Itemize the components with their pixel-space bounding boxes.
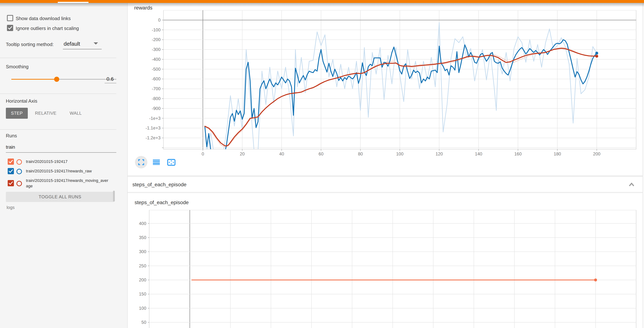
active-tab-underline	[58, 2, 88, 3]
svg-text:-500: -500	[152, 67, 160, 72]
svg-text:100: 100	[139, 306, 146, 311]
page-scrollbar-track[interactable]	[642, 3, 644, 328]
check-icon	[8, 180, 13, 185]
svg-text:-700: -700	[152, 86, 160, 91]
divider	[0, 58, 116, 58]
smoothing-label: Smoothing	[6, 64, 28, 69]
logs-label: logs	[6, 205, 15, 210]
svg-text:0: 0	[202, 152, 204, 156]
svg-text:100: 100	[396, 152, 403, 156]
chevron-up-icon[interactable]	[628, 182, 635, 187]
horizontal-axis-label: Horizontal Axis	[6, 98, 37, 104]
run-checkbox-rewards-raw[interactable]	[8, 168, 14, 174]
svg-text:60: 60	[318, 152, 324, 156]
smoothing-value-underline	[104, 83, 116, 83]
svg-text:200: 200	[593, 152, 600, 156]
axis-wall-button[interactable]: WALL	[65, 108, 86, 119]
rewards-chart[interactable]: 0204060801001201401601802000-100-200-300…	[145, 10, 640, 158]
check-icon	[8, 168, 13, 173]
svg-text:80: 80	[358, 152, 363, 156]
chart-title: rewards	[134, 5, 152, 10]
run-radio-rewards-moving-average[interactable]	[16, 181, 22, 186]
run-label: train/20201015-192417	[26, 159, 68, 164]
svg-text:350: 350	[139, 235, 146, 240]
svg-text:150: 150	[139, 292, 146, 296]
section-header-steps-of-each-episode[interactable]: steps_of_each_episode	[127, 176, 643, 192]
section-title: steps_of_each_episode	[132, 177, 186, 192]
check-icon	[8, 159, 13, 163]
runs-label: Runs	[6, 133, 17, 139]
svg-text:0: 0	[158, 17, 160, 22]
ignore-outliers-label: Ignore outliers in chart scaling	[16, 25, 79, 31]
settings-sidebar: Show data download links Ignore outliers…	[0, 3, 128, 328]
run-radio-train[interactable]	[16, 159, 22, 165]
svg-text:-400: -400	[152, 57, 160, 62]
run-checkbox-train[interactable]	[8, 159, 14, 165]
fullscreen-icon[interactable]	[135, 156, 148, 168]
chart-toolbar	[135, 156, 180, 168]
svg-text:400: 400	[139, 221, 146, 226]
svg-text:-300: -300	[152, 47, 160, 52]
svg-text:20: 20	[240, 152, 245, 156]
axis-relative-button[interactable]: RELATIVE	[34, 108, 58, 119]
svg-text:200: 200	[139, 277, 146, 282]
scalar-card-rewards: rewards 0204060801001201401601802000-100…	[127, 3, 643, 176]
axis-step-button[interactable]: STEP	[6, 108, 28, 119]
run-radio-rewards-raw[interactable]	[16, 169, 22, 174]
svg-text:120: 120	[436, 152, 443, 156]
svg-text:250: 250	[139, 263, 146, 268]
ignore-outliers-checkbox[interactable]	[7, 25, 13, 31]
svg-text:-800: -800	[152, 96, 160, 101]
main-content: rewards 0204060801001201401601802000-100…	[127, 3, 644, 328]
tensorboard-app: Show data download links Ignore outliers…	[0, 0, 644, 328]
tooltip-sorting-label: Tooltip sorting method:	[6, 42, 54, 47]
chevron-down-icon[interactable]	[94, 42, 98, 45]
smoothing-slider-fill	[11, 79, 57, 80]
svg-text:180: 180	[554, 152, 561, 156]
fit-domain-icon[interactable]	[165, 156, 177, 168]
svg-text:-100: -100	[152, 27, 160, 32]
toggle-all-runs-button[interactable]: TOGGLE ALL RUNS	[6, 192, 114, 202]
svg-text:50: 50	[141, 320, 146, 325]
smoothing-value[interactable]: 0.6	[104, 76, 116, 82]
steps-chart[interactable]: 40035030025020015010050	[130, 210, 639, 328]
tooltip-sorting-select[interactable]: default	[64, 40, 80, 47]
divider	[0, 94, 116, 94]
svg-text:-1e+3: -1e+3	[149, 116, 160, 121]
scalar-card-steps-of-each-episode: steps_of_each_episode 400350300250200150…	[127, 193, 643, 328]
runs-filter-underline	[6, 152, 116, 153]
svg-text:-1.2e+3: -1.2e+3	[146, 135, 160, 140]
chart-title: steps_of_each_episode	[134, 199, 189, 205]
check-icon	[8, 25, 12, 30]
svg-text:-600: -600	[152, 76, 160, 81]
svg-text:-1.1e+3: -1.1e+3	[146, 126, 160, 130]
show-data-download-links-label: Show data download links	[16, 16, 71, 21]
run-label: train/20201015-192417/rewards_raw	[26, 168, 92, 174]
data-series-icon[interactable]	[150, 156, 162, 168]
svg-text:160: 160	[514, 152, 522, 156]
app-header	[0, 0, 644, 3]
show-data-download-links-checkbox[interactable]	[7, 15, 13, 21]
svg-text:-900: -900	[152, 106, 160, 111]
smoothing-slider-handle[interactable]	[54, 77, 59, 82]
run-label: train/20201015-192417/rewards_moving_ave…	[26, 178, 110, 188]
svg-text:140: 140	[475, 152, 482, 156]
run-checkbox-rewards-moving-average[interactable]	[8, 180, 14, 186]
svg-text:40: 40	[279, 152, 284, 156]
divider	[0, 129, 116, 130]
svg-text:-200: -200	[152, 37, 160, 42]
svg-text:300: 300	[139, 249, 146, 254]
runs-filter-input[interactable]	[6, 144, 112, 150]
sidebar-scrollbar-thumb[interactable]	[113, 191, 115, 202]
tooltip-sorting-underline	[63, 49, 102, 49]
